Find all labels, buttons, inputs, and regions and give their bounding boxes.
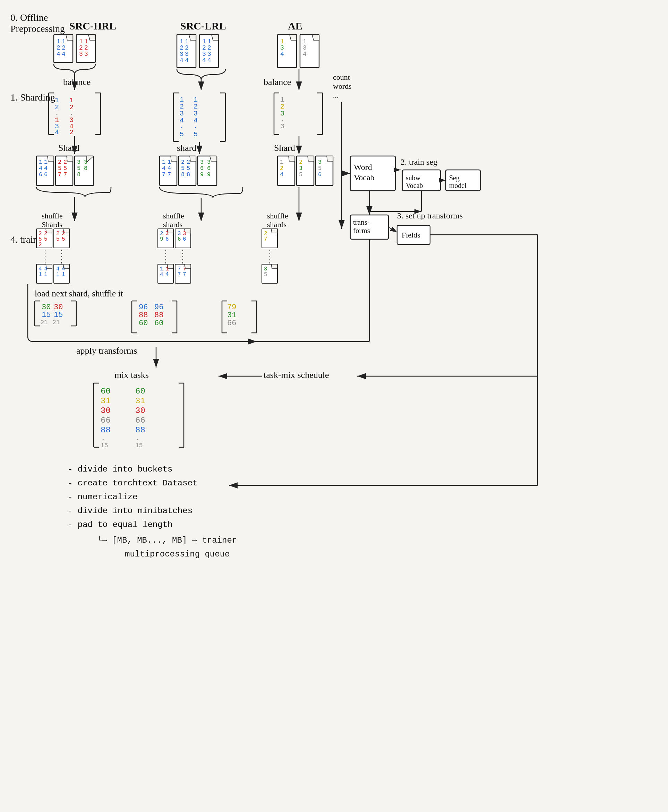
svg-rect-227 bbox=[54, 264, 69, 283]
svg-text:6: 6 bbox=[165, 236, 169, 242]
svg-text:60: 60 bbox=[100, 387, 111, 396]
svg-text:·: · bbox=[69, 110, 73, 118]
svg-text:1: 1 bbox=[39, 159, 42, 165]
svg-text:1: 1 bbox=[303, 38, 307, 45]
svg-text:31: 31 bbox=[100, 396, 111, 406]
svg-text:3: 3 bbox=[207, 51, 211, 58]
svg-marker-40 bbox=[290, 35, 297, 40]
svg-text:2: 2 bbox=[207, 44, 211, 51]
svg-text:3: 3 bbox=[280, 44, 284, 51]
svg-rect-233 bbox=[158, 229, 174, 248]
svg-text:- numericalize: - numericalize bbox=[68, 492, 138, 502]
svg-marker-254 bbox=[185, 264, 191, 268]
svg-text:Fields: Fields bbox=[402, 230, 420, 239]
svg-marker-214 bbox=[63, 229, 69, 233]
svg-rect-264 bbox=[262, 264, 277, 283]
svg-text:9: 9 bbox=[200, 171, 204, 178]
svg-text:3: 3 bbox=[180, 110, 184, 118]
svg-text:5: 5 bbox=[77, 165, 80, 172]
svg-text:3: 3 bbox=[207, 159, 210, 165]
svg-text:shard: shard bbox=[177, 143, 196, 153]
svg-text:9: 9 bbox=[160, 236, 164, 242]
svg-text:1: 1 bbox=[56, 272, 60, 278]
svg-text:shards: shards bbox=[267, 220, 287, 229]
svg-text:7: 7 bbox=[177, 272, 181, 278]
svg-rect-120 bbox=[55, 156, 73, 185]
svg-text:7: 7 bbox=[183, 266, 186, 272]
svg-text:2: 2 bbox=[299, 159, 302, 165]
svg-text:subw: subw bbox=[406, 174, 421, 182]
svg-text:5: 5 bbox=[194, 130, 198, 138]
svg-rect-39 bbox=[277, 35, 297, 68]
svg-text:model: model bbox=[449, 182, 466, 189]
svg-text:2. train seg: 2. train seg bbox=[401, 157, 438, 167]
svg-text:88: 88 bbox=[154, 311, 164, 320]
svg-text:1: 1 bbox=[38, 272, 42, 278]
svg-text:2: 2 bbox=[44, 230, 47, 237]
svg-text:2: 2 bbox=[264, 230, 267, 237]
svg-text:3: 3 bbox=[69, 116, 73, 124]
svg-text:forms: forms bbox=[353, 227, 370, 235]
svg-text:5: 5 bbox=[38, 236, 42, 242]
svg-text:4: 4 bbox=[44, 165, 47, 172]
svg-text:...: ... bbox=[333, 91, 339, 100]
svg-text:5: 5 bbox=[318, 165, 322, 172]
svg-text:Shard: Shard bbox=[58, 143, 79, 153]
svg-text:2: 2 bbox=[69, 103, 73, 111]
svg-text:96: 96 bbox=[139, 303, 148, 312]
svg-text:1: 1 bbox=[69, 97, 73, 104]
svg-text:shuffle: shuffle bbox=[163, 212, 184, 220]
svg-text:Preprocessing: Preprocessing bbox=[10, 23, 65, 34]
svg-text:6: 6 bbox=[183, 236, 186, 242]
svg-text:2: 2 bbox=[56, 230, 60, 237]
svg-text:3: 3 bbox=[180, 51, 184, 58]
svg-text:1: 1 bbox=[55, 97, 59, 104]
svg-text:3. set up transforms: 3. set up transforms bbox=[397, 211, 463, 220]
svg-text:1: 1 bbox=[84, 38, 88, 45]
svg-marker-144 bbox=[190, 156, 196, 161]
svg-text:apply  transforms: apply transforms bbox=[76, 346, 137, 356]
svg-rect-174 bbox=[350, 156, 396, 191]
svg-text:3: 3 bbox=[299, 165, 302, 172]
svg-line-196 bbox=[389, 227, 397, 232]
svg-marker-10 bbox=[89, 35, 95, 40]
svg-text:balance: balance bbox=[264, 77, 291, 87]
svg-marker-45 bbox=[312, 35, 319, 40]
svg-text:6: 6 bbox=[39, 171, 42, 178]
svg-text:4: 4 bbox=[44, 266, 47, 272]
svg-rect-128 bbox=[75, 156, 94, 185]
svg-text:- pad  to  equal  length: - pad to equal length bbox=[68, 520, 172, 529]
svg-text:1: 1 bbox=[79, 38, 83, 45]
svg-text:1: 1 bbox=[55, 116, 59, 124]
svg-text:3: 3 bbox=[183, 230, 186, 237]
svg-text:66: 66 bbox=[227, 319, 236, 328]
svg-text:1: 1 bbox=[194, 96, 198, 104]
svg-marker-170 bbox=[327, 156, 333, 161]
svg-text:3: 3 bbox=[79, 51, 83, 58]
svg-rect-164 bbox=[297, 156, 314, 185]
svg-text:8: 8 bbox=[187, 171, 190, 178]
svg-rect-213 bbox=[54, 229, 69, 248]
svg-text:4: 4 bbox=[207, 57, 211, 64]
svg-rect-44 bbox=[300, 35, 319, 68]
svg-text:7: 7 bbox=[162, 171, 165, 178]
svg-text:4: 4 bbox=[39, 165, 42, 172]
svg-text:96: 96 bbox=[154, 303, 164, 312]
svg-text:15: 15 bbox=[135, 442, 143, 449]
svg-text:21: 21 bbox=[52, 319, 60, 326]
svg-text:1: 1 bbox=[185, 38, 189, 45]
svg-text:2: 2 bbox=[69, 128, 73, 136]
svg-text:1: 1 bbox=[162, 159, 165, 165]
svg-text:2: 2 bbox=[187, 159, 190, 165]
svg-text:15: 15 bbox=[42, 311, 51, 319]
svg-text:88: 88 bbox=[100, 425, 111, 435]
svg-text:3: 3 bbox=[200, 159, 204, 165]
svg-text:7: 7 bbox=[183, 272, 186, 278]
svg-text:6: 6 bbox=[318, 171, 322, 178]
svg-marker-265 bbox=[271, 264, 277, 268]
sharding-label: 1. Sharding bbox=[10, 92, 55, 103]
svg-text:balance: balance bbox=[63, 77, 90, 87]
svg-text:task-mix  schedule: task-mix schedule bbox=[264, 370, 329, 380]
svg-text:·: · bbox=[194, 123, 198, 132]
svg-text:shuffle: shuffle bbox=[42, 212, 63, 220]
